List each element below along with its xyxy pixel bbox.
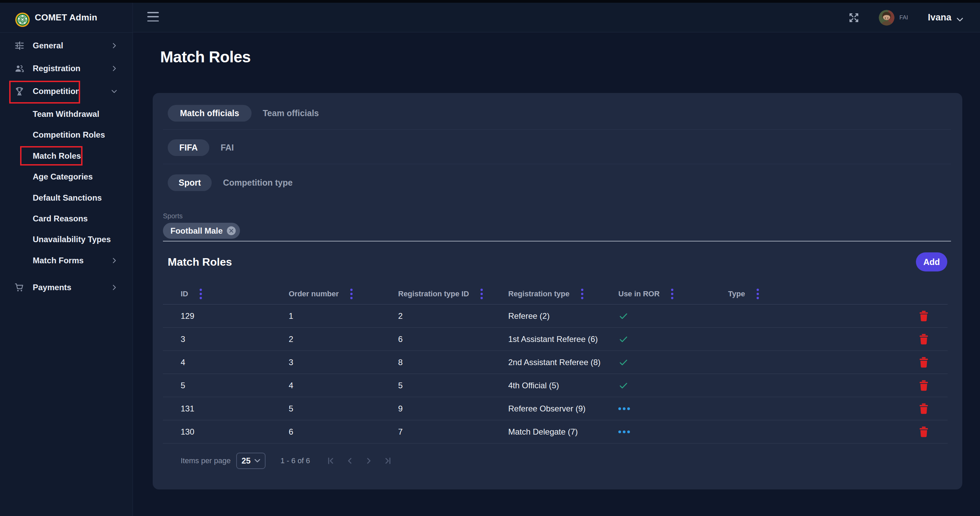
- cell-registration-type-id: 9: [380, 404, 490, 413]
- sidebar-item-team-withdrawal[interactable]: Team Withdrawal: [0, 103, 133, 125]
- delete-row-icon[interactable]: [918, 379, 929, 392]
- column-menu-icon[interactable]: [198, 288, 203, 300]
- cell-use-in-ror: [601, 357, 710, 367]
- sidebar-item-label: Team Withdrawal: [33, 110, 99, 119]
- menu-toggle-icon[interactable]: [147, 12, 159, 21]
- last-page-icon[interactable]: [381, 454, 395, 468]
- cell-registration-type: Match Delegate (7): [490, 427, 601, 437]
- fullscreen-icon[interactable]: [848, 12, 860, 24]
- previous-page-icon[interactable]: [343, 454, 356, 468]
- column-header-use-in-ror: Use in ROR: [618, 289, 660, 298]
- sidebar-item-payments[interactable]: Payments: [0, 277, 133, 298]
- cell-registration-type-id: 7: [380, 427, 490, 437]
- sidebar-item-age-categories[interactable]: Age Categories: [0, 166, 133, 187]
- table-row: 13159Referee Observer (9): [163, 397, 948, 420]
- sidebar-item-label: Competition: [33, 87, 80, 96]
- cell-registration-type-id: 8: [380, 357, 490, 367]
- cell-id: 4: [163, 357, 271, 367]
- divider: [163, 164, 951, 164]
- trophy-icon: [14, 86, 25, 96]
- table-row: 12912Referee (2): [163, 305, 948, 328]
- sidebar-item-label: Card Reasons: [33, 214, 88, 224]
- delete-row-icon[interactable]: [918, 310, 929, 322]
- tab-match-officials[interactable]: Match officials: [168, 105, 251, 122]
- column-menu-icon[interactable]: [349, 288, 354, 300]
- topbar-right: FAI Ivana: [848, 3, 964, 32]
- paginator: Items per page 25 1 - 6 of 6: [181, 451, 395, 471]
- tab-sport[interactable]: Sport: [168, 175, 212, 191]
- table-body: 12912Referee (2)3261st Assistant Referee…: [163, 305, 948, 443]
- sidebar-item-general[interactable]: General: [0, 35, 133, 56]
- first-page-icon[interactable]: [324, 454, 337, 468]
- table-row: 5454th Official (5): [163, 374, 948, 397]
- cell-registration-type-id: 5: [380, 381, 490, 390]
- cell-registration-type: 2nd Assistant Referee (8): [490, 357, 601, 367]
- chevron-right-icon: [110, 42, 118, 49]
- column-menu-icon[interactable]: [670, 288, 675, 300]
- cell-id: 131: [163, 404, 271, 413]
- sidebar-item-registration[interactable]: Registration: [0, 58, 133, 79]
- sports-chip-label: Football Male: [170, 226, 223, 236]
- topbar: FAI Ivana: [133, 3, 980, 32]
- user-menu-chevron-down-icon[interactable]: [955, 15, 964, 24]
- column-header-id: ID: [181, 289, 188, 298]
- sidebar-item-unavailability-types[interactable]: Unavailability Types: [0, 229, 133, 250]
- page-size-select[interactable]: 25: [236, 452, 266, 469]
- sidebar-item-match-forms[interactable]: Match Forms: [0, 250, 133, 271]
- sidebar-item-card-reasons[interactable]: Card Reasons: [0, 208, 133, 229]
- sidebar-item-default-sanctions[interactable]: Default Sanctions: [0, 187, 133, 208]
- column-header-registration-type-id: Registration type ID: [398, 289, 469, 298]
- user-org-label: FAI: [899, 14, 908, 21]
- items-per-page-label: Items per page: [181, 456, 231, 465]
- cell-registration-type-id: 2: [380, 311, 490, 321]
- page-size-value: 25: [241, 456, 251, 465]
- use-in-ror-check-icon: [618, 311, 628, 321]
- next-page-icon[interactable]: [362, 454, 375, 468]
- column-menu-icon[interactable]: [580, 288, 585, 300]
- mode-tabs: Sport Competition type: [168, 175, 293, 191]
- add-button[interactable]: Add: [916, 252, 947, 271]
- use-in-ror-dots-icon: [618, 407, 630, 410]
- user-name: Ivana: [928, 12, 951, 23]
- column-header-registration-type: Registration type: [508, 289, 570, 298]
- sidebar-item-label: Competition Roles: [33, 130, 105, 140]
- use-in-ror-check-icon: [618, 334, 628, 345]
- column-menu-icon[interactable]: [479, 288, 484, 300]
- column-header-order-number: Order number: [289, 289, 339, 298]
- sidebar-item-label: Payments: [33, 283, 71, 292]
- app-window: COMET Admin GeneralRegistrationCompetiti…: [0, 0, 980, 516]
- page-range-label: 1 - 6 of 6: [280, 456, 310, 465]
- cell-registration-type: 4th Official (5): [490, 381, 601, 390]
- sidebar-item-label: Unavailability Types: [33, 235, 111, 244]
- use-in-ror-check-icon: [618, 381, 628, 391]
- tab-competition-type[interactable]: Competition type: [223, 178, 293, 188]
- tab-fifa[interactable]: FIFA: [168, 139, 209, 156]
- brand-separator: [0, 32, 133, 33]
- window-top-strip: [0, 0, 980, 3]
- tab-fai[interactable]: FAI: [221, 143, 234, 152]
- cell-use-in-ror: [601, 311, 710, 321]
- chevron-down-icon: [110, 87, 118, 95]
- divider: [163, 129, 951, 130]
- cell-registration-type: Referee (2): [490, 311, 601, 321]
- tune-icon: [14, 41, 25, 51]
- cell-id: 3: [163, 335, 271, 344]
- sidebar-item-competition-roles[interactable]: Competition Roles: [0, 124, 133, 145]
- use-in-ror-dots-icon: [618, 430, 630, 433]
- user-avatar[interactable]: [879, 10, 894, 25]
- sidebar-item-match-roles[interactable]: Match Roles: [0, 145, 133, 167]
- cell-id: 130: [163, 427, 271, 437]
- tab-team-officials[interactable]: Team officials: [263, 108, 319, 118]
- sidebar-item-competition[interactable]: Competition: [0, 81, 133, 102]
- delete-row-icon[interactable]: [918, 333, 929, 345]
- delete-row-icon[interactable]: [918, 403, 929, 415]
- sports-field-label: Sports: [163, 212, 183, 220]
- delete-row-icon[interactable]: [918, 426, 929, 438]
- remove-chip-icon[interactable]: [227, 226, 236, 235]
- cell-use-in-ror: [601, 381, 710, 391]
- use-in-ror-check-icon: [618, 357, 628, 367]
- column-menu-icon[interactable]: [756, 288, 760, 300]
- delete-row-icon[interactable]: [918, 356, 929, 368]
- cell-order-number: 6: [271, 427, 380, 437]
- cell-registration-type: Referee Observer (9): [490, 404, 601, 413]
